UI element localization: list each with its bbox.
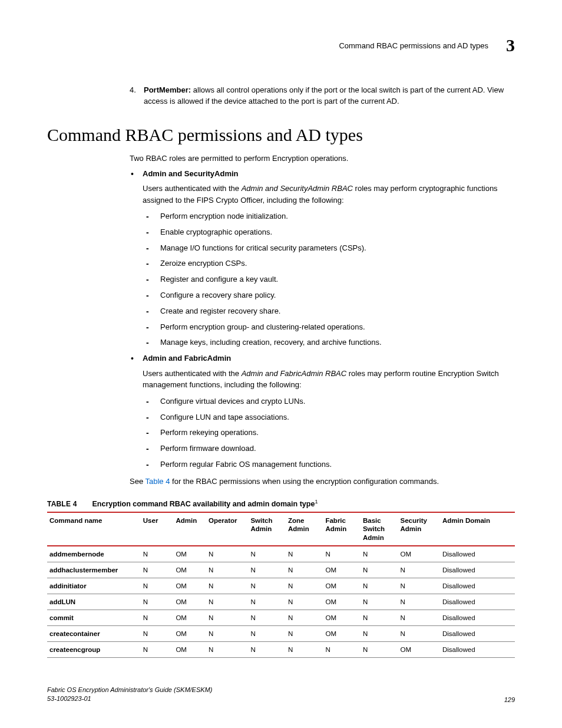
table-cell: N — [398, 578, 439, 594]
table-cell: N — [286, 546, 323, 562]
table-row: addLUNNOMNNNOMNNDisallowed — [47, 594, 515, 610]
list-number: 4. — [130, 85, 144, 107]
table-cell: N — [398, 562, 439, 578]
table-row: addhaclustermemberNOMNNNOMNNDisallowed — [47, 562, 515, 578]
table-cell: N — [286, 642, 323, 658]
table-cell: N — [248, 546, 286, 562]
table-cell: OM — [173, 610, 206, 626]
table-cell: N — [141, 610, 174, 626]
table-header-cell: Operator — [206, 512, 248, 546]
table-cell: N — [248, 610, 286, 626]
table-cell: OM — [323, 610, 361, 626]
table-cell: OM — [173, 562, 206, 578]
table-cell: N — [361, 642, 398, 658]
table-cell: N — [141, 626, 174, 642]
table-cell: OM — [398, 642, 439, 658]
table-cell: addmembernode — [47, 546, 141, 562]
table-cell: N — [361, 626, 398, 642]
table-row: createencgroupNOMNNNNNOMDisallowed — [47, 642, 515, 658]
list-body: PortMember: allows all control operation… — [144, 85, 515, 107]
table-cell: N — [286, 610, 323, 626]
table-row: createcontainerNOMNNNOMNNDisallowed — [47, 626, 515, 642]
table-caption-text: Encryption command RBAC availability and… — [92, 500, 315, 508]
table-cell: N — [361, 610, 398, 626]
table-cell: N — [398, 594, 439, 610]
role-sublist: Configure virtual devices and crypto LUN… — [143, 396, 515, 471]
table-cell: N — [141, 594, 174, 610]
page-footer: Fabric OS Encryption Administrator's Gui… — [47, 686, 515, 703]
table-cell: N — [248, 562, 286, 578]
role-title: Admin and SecurityAdmin — [143, 168, 515, 180]
table-cell: OM — [173, 626, 206, 642]
footer-left: Fabric OS Encryption Administrator's Gui… — [47, 686, 212, 703]
table-cell: Disallowed — [440, 578, 515, 594]
table-cell: Disallowed — [440, 642, 515, 658]
table-cell: OM — [323, 562, 361, 578]
portmember-label: PortMember: — [144, 85, 191, 94]
table-row: addmembernodeNOMNNNNNOMDisallowed — [47, 546, 515, 562]
table-header-cell: Command name — [47, 512, 141, 546]
role-subitem: Perform regular Fabric OS management fun… — [143, 459, 515, 471]
table-cell: N — [323, 546, 361, 562]
table-link[interactable]: Table 4 — [146, 477, 170, 486]
table-cell: OM — [173, 578, 206, 594]
table-row: addinitiatorNOMNNNOMNNDisallowed — [47, 578, 515, 594]
table-header-cell: User — [141, 512, 174, 546]
table-caption: TABLE 4Encryption command RBAC availabil… — [47, 499, 515, 508]
running-header-title: Command RBAC permissions and AD types — [339, 41, 488, 50]
role-subitem: Perform firmware download. — [143, 443, 515, 455]
table-cell: createencgroup — [47, 642, 141, 658]
table-cell: N — [286, 594, 323, 610]
table-caption-sup: 1 — [315, 499, 318, 505]
section-heading: Command RBAC permissions and AD types — [47, 125, 515, 145]
table-cell: N — [286, 578, 323, 594]
table-cell: N — [206, 594, 248, 610]
table-cell: N — [141, 578, 174, 594]
table-cell: OM — [323, 578, 361, 594]
table-cell: OM — [398, 546, 439, 562]
roles-list: Admin and SecurityAdminUsers authenticat… — [130, 168, 515, 471]
role-subitem: Perform rekeying operations. — [143, 427, 515, 439]
role-subitem: Enable cryptographic operations. — [143, 226, 515, 239]
table-cell: N — [361, 594, 398, 610]
table-header-cell: SecurityAdmin — [398, 512, 439, 546]
table-cell: N — [141, 642, 174, 658]
table-cell: N — [361, 562, 398, 578]
table-cell: N — [361, 546, 398, 562]
table-cell: N — [323, 642, 361, 658]
chapter-number: 3 — [506, 35, 515, 55]
table-header-cell: ZoneAdmin — [286, 512, 323, 546]
role-subitem: Configure virtual devices and crypto LUN… — [143, 396, 515, 408]
running-header: Command RBAC permissions and AD types 3 — [47, 35, 515, 55]
role-subitem: Perform encryption group- and clustering… — [143, 321, 515, 334]
role-subitem: Configure LUN and tape associations. — [143, 411, 515, 424]
table-cell: Disallowed — [440, 562, 515, 578]
table-header-cell: SwitchAdmin — [248, 512, 286, 546]
intro-text: Two RBAC roles are permitted to perform … — [130, 153, 515, 164]
role-subitem: Zeroize encryption CSPs. — [143, 258, 515, 270]
table-cell: N — [286, 626, 323, 642]
table-cell: N — [141, 546, 174, 562]
table-cell: N — [248, 578, 286, 594]
table-cell: N — [248, 642, 286, 658]
role-subitem: Register and configure a key vault. — [143, 274, 515, 286]
role-paragraph: Users authenticated with the Admin and F… — [143, 368, 515, 391]
rbac-table: Command nameUserAdminOperatorSwitchAdmin… — [47, 512, 515, 658]
table-label: TABLE 4 — [47, 500, 77, 508]
table-header-cell: Admin — [173, 512, 206, 546]
role-sublist: Perform encryption node initialization.E… — [143, 210, 515, 349]
table-cell: N — [206, 578, 248, 594]
table-cell: N — [206, 610, 248, 626]
role-subitem: Manage I/O functions for critical securi… — [143, 242, 515, 255]
footer-doc-number: 53-1002923-01 — [47, 694, 212, 703]
table-cell: addhaclustermember — [47, 562, 141, 578]
table-cell: OM — [323, 626, 361, 642]
table-cell: N — [206, 562, 248, 578]
table-cell: N — [398, 610, 439, 626]
table-row: commitNOMNNNOMNNDisallowed — [47, 610, 515, 626]
table-header-cell: Admin Domain — [440, 512, 515, 546]
table-cell: N — [248, 626, 286, 642]
table-cell: Disallowed — [440, 546, 515, 562]
see-suffix: for the RBAC permissions when using the … — [170, 477, 439, 486]
table-cell: OM — [323, 594, 361, 610]
